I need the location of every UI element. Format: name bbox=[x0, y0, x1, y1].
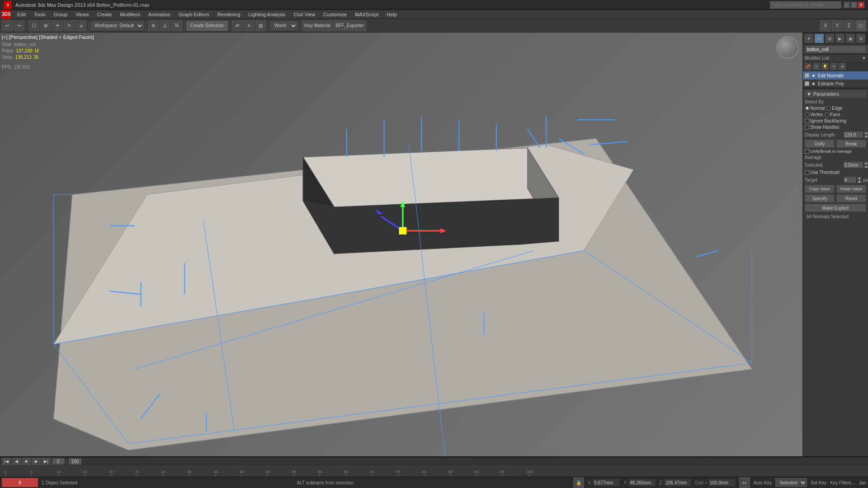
tab-hierarchy[interactable]: ⊞ bbox=[825, 33, 835, 43]
angle-snap-button[interactable]: ∠ bbox=[160, 20, 170, 31]
target-input[interactable] bbox=[843, 176, 857, 183]
menu-create[interactable]: Create bbox=[93, 11, 115, 18]
edit-icon[interactable]: ✎ bbox=[830, 62, 838, 70]
select-obj-button[interactable]: ☐ bbox=[28, 20, 39, 31]
rotate-button[interactable]: ↻ bbox=[64, 20, 75, 31]
pin-icon[interactable]: 📌 bbox=[804, 62, 812, 70]
unify-break-avg-checkbox[interactable] bbox=[805, 149, 809, 154]
minimize-button[interactable]: ─ bbox=[844, 2, 850, 8]
search-input[interactable] bbox=[769, 1, 842, 9]
obj-name-input[interactable] bbox=[805, 45, 867, 53]
tab-utilities[interactable]: ⚙ bbox=[856, 33, 866, 43]
play-back-button[interactable]: ◀ bbox=[12, 458, 21, 465]
specify-button[interactable]: Specify bbox=[805, 194, 835, 202]
selected-val-down[interactable]: ▼ bbox=[863, 165, 868, 169]
tab-display[interactable]: ◉ bbox=[845, 33, 855, 43]
group-button[interactable]: ▥ bbox=[255, 20, 266, 31]
viewport-3d[interactable]: [+] [Perspective] [Shaded + Edged Faces]… bbox=[0, 33, 802, 456]
mod-checkbox-edit-normals[interactable] bbox=[805, 73, 809, 78]
menu-help[interactable]: Help bbox=[383, 11, 401, 18]
face-radio[interactable]: Face bbox=[825, 112, 840, 117]
align-button[interactable]: ≡ bbox=[244, 20, 255, 31]
show-handles-checkbox[interactable] bbox=[805, 125, 809, 130]
menu-edit[interactable]: Edit bbox=[14, 11, 29, 18]
copy-value-button[interactable]: Copy Value bbox=[805, 185, 835, 193]
maximize-button[interactable]: □ bbox=[851, 2, 857, 8]
coord-x-button[interactable]: X bbox=[820, 20, 831, 31]
tab-motion[interactable]: ▶ bbox=[835, 33, 845, 43]
grid-input[interactable] bbox=[708, 479, 736, 486]
stop-button[interactable]: ■ bbox=[22, 458, 31, 465]
modifier-item-edit-normals[interactable]: ◈ Edit Normals bbox=[803, 71, 868, 80]
target-up[interactable]: ▲ bbox=[857, 176, 862, 180]
redo-button[interactable]: ↪ bbox=[14, 20, 24, 31]
menu-rendering[interactable]: Rendering bbox=[214, 11, 244, 18]
menu-maxscript[interactable]: MAXScript bbox=[351, 11, 382, 18]
selected-dropdown[interactable]: Selected bbox=[775, 478, 807, 487]
edge-radio-circle[interactable] bbox=[826, 106, 831, 111]
break-button[interactable]: Break bbox=[836, 140, 866, 148]
workspace-dropdown[interactable]: Workspace: Default bbox=[90, 21, 144, 30]
reset-button[interactable]: Reset bbox=[836, 194, 866, 202]
viewcube[interactable] bbox=[776, 36, 799, 59]
snap-toggle-button[interactable]: ⊕ bbox=[148, 20, 159, 31]
display-length-up-button[interactable]: ▲ bbox=[863, 131, 868, 135]
display-length-down-button[interactable]: ▼ bbox=[863, 135, 868, 138]
current-frame-input[interactable] bbox=[52, 458, 65, 465]
use-threshold-checkbox[interactable] bbox=[805, 170, 809, 175]
menu-customize[interactable]: Customize bbox=[320, 11, 350, 18]
mirror-button[interactable]: ⇌ bbox=[232, 20, 243, 31]
percent-snap-button[interactable]: % bbox=[171, 20, 182, 31]
show-handles-row[interactable]: Show Handles bbox=[805, 125, 866, 130]
menu-lighting[interactable]: Lighting Analysis bbox=[245, 11, 289, 18]
selected-val-up[interactable]: ▲ bbox=[863, 161, 868, 165]
ignore-backfacing-checkbox[interactable] bbox=[805, 119, 809, 123]
scale-button[interactable]: ⊿ bbox=[75, 20, 86, 31]
make-explicit-button[interactable]: Make Explicit bbox=[805, 204, 866, 212]
coord-y-button[interactable]: Y bbox=[832, 20, 843, 31]
unify-break-avg-row[interactable]: Unify/Break to Average bbox=[805, 149, 866, 154]
select-region-button[interactable]: ⊞ bbox=[40, 20, 51, 31]
list-icon[interactable]: ≡ bbox=[812, 62, 821, 70]
ignore-backfacing-row[interactable]: Ignore Backfacing bbox=[805, 118, 866, 123]
normal-radio[interactable]: Normal bbox=[805, 106, 825, 111]
close-button[interactable]: ✕ bbox=[858, 2, 864, 8]
target-down[interactable]: ▼ bbox=[857, 180, 862, 183]
settings-icon[interactable]: ⚙ bbox=[838, 62, 846, 70]
normal-radio-circle[interactable] bbox=[805, 106, 809, 111]
menu-group[interactable]: Group bbox=[50, 11, 71, 18]
face-radio-circle[interactable] bbox=[825, 113, 829, 117]
vertex-radio[interactable]: Vertex bbox=[805, 112, 823, 117]
next-frame-button[interactable]: ▶| bbox=[42, 458, 51, 465]
bff-exporter-btn[interactable]: BFF_Exporter bbox=[333, 20, 366, 31]
x-coord-input[interactable] bbox=[593, 479, 620, 486]
use-threshold-row[interactable]: Use Threshold bbox=[805, 170, 866, 175]
menu-tools[interactable]: Tools bbox=[30, 11, 49, 18]
lock-icon[interactable]: 🔒 bbox=[573, 477, 584, 488]
menu-graph-editors[interactable]: Graph Editors bbox=[175, 11, 213, 18]
z-coord-input[interactable] bbox=[664, 479, 691, 486]
unify-button[interactable]: Unify bbox=[805, 140, 835, 148]
coord-system-dropdown[interactable]: World bbox=[270, 21, 297, 30]
paste-value-button[interactable]: Paste Value bbox=[836, 185, 866, 193]
vray-material-btn[interactable]: Vray Material bbox=[302, 20, 333, 31]
mod-checkbox-editable-poly[interactable] bbox=[805, 81, 809, 86]
menu-animation[interactable]: Animation bbox=[145, 11, 174, 18]
y-coord-input[interactable] bbox=[628, 479, 656, 486]
edge-radio[interactable]: Edge bbox=[826, 106, 842, 111]
play-button[interactable]: ▶ bbox=[32, 458, 41, 465]
selected-val-input[interactable] bbox=[843, 161, 863, 169]
modifier-item-editable-poly[interactable]: ◆ Editable Poly bbox=[803, 80, 868, 88]
move-button[interactable]: ✛ bbox=[52, 20, 63, 31]
display-length-input[interactable] bbox=[843, 131, 863, 138]
key-icon[interactable]: 🗝 bbox=[739, 477, 750, 488]
undo-button[interactable]: ↩ bbox=[2, 20, 13, 31]
prev-frame-button[interactable]: |◀ bbox=[2, 458, 11, 465]
coord-z-button[interactable]: Z bbox=[844, 20, 854, 31]
menu-civil-view[interactable]: Civil View bbox=[290, 11, 319, 18]
tab-create[interactable]: ✦ bbox=[804, 33, 814, 43]
vertex-radio-circle[interactable] bbox=[805, 113, 809, 117]
timeline-ruler[interactable]: 0510152025303540455055606570758085909510… bbox=[0, 465, 868, 477]
tab-modify[interactable]: ✏ bbox=[814, 33, 824, 43]
total-frames-input[interactable] bbox=[68, 458, 82, 465]
